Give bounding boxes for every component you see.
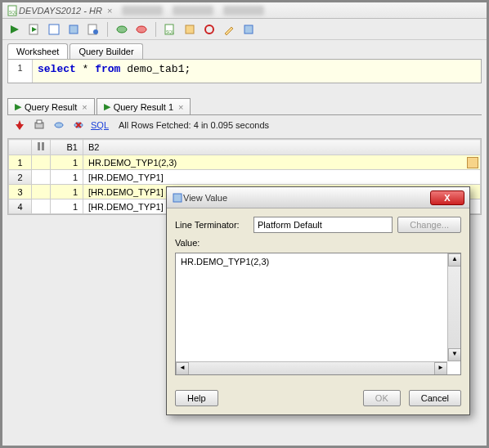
blurred-tab bbox=[122, 6, 163, 16]
svg-point-10 bbox=[137, 26, 146, 33]
sql-tuning-icon[interactable] bbox=[86, 22, 101, 37]
svg-marker-2 bbox=[11, 25, 19, 34]
dialog-body: Line Terminator: Change... Value: HR.DEM… bbox=[167, 208, 469, 383]
history-icon[interactable] bbox=[202, 22, 217, 37]
col-header-b2[interactable]: B2 bbox=[83, 140, 481, 155]
table-row[interactable]: 1 1 HR.DEMO_TYP1(2,3) bbox=[9, 155, 481, 170]
vertical-scrollbar[interactable]: ▲ ▼ bbox=[447, 253, 460, 361]
row-number: 2 bbox=[9, 170, 32, 185]
play-icon: ▶ bbox=[15, 101, 21, 112]
keyword: select bbox=[38, 63, 76, 75]
result-tab-label: Query Result 1 bbox=[114, 102, 173, 112]
edit-icon[interactable] bbox=[222, 22, 236, 37]
run-script-icon[interactable] bbox=[27, 22, 42, 37]
worksheet-tabs: Worksheet Query Builder bbox=[7, 43, 482, 59]
main-toolbar: SQL bbox=[2, 19, 487, 40]
row-marker bbox=[32, 199, 51, 214]
cell-b2[interactable]: HR.DEMO_TYP1(2,3) bbox=[83, 155, 481, 170]
sql-file-icon: SQL bbox=[7, 5, 19, 16]
result-toolbar: SQL All Rows Fetched: 4 in 0.095 seconds bbox=[7, 114, 482, 135]
refresh-icon[interactable] bbox=[52, 118, 66, 132]
close-icon[interactable]: × bbox=[178, 102, 183, 112]
ok-button: OK bbox=[363, 390, 401, 406]
sql-link[interactable]: SQL bbox=[91, 120, 109, 130]
dialog-close-button[interactable]: X bbox=[430, 190, 464, 205]
change-button: Change... bbox=[397, 217, 461, 233]
svg-rect-5 bbox=[49, 25, 59, 34]
value-content[interactable]: HR.DEMO_TYP1(2,3) bbox=[176, 253, 460, 361]
svg-rect-21 bbox=[42, 142, 44, 150]
separator bbox=[107, 22, 108, 37]
settings-icon[interactable] bbox=[241, 22, 256, 37]
svg-point-9 bbox=[117, 26, 127, 33]
line-terminator-label: Line Terminator: bbox=[175, 220, 249, 230]
dialog-icon bbox=[172, 192, 183, 204]
cancel-button[interactable]: Cancel bbox=[409, 390, 461, 406]
cancel-query-icon[interactable] bbox=[71, 118, 86, 132]
table-row[interactable]: 2 1 [HR.DEMO_TYP1] bbox=[9, 170, 481, 185]
window-title: DEVDAYS2012 - HR bbox=[19, 6, 102, 16]
commit-icon[interactable] bbox=[114, 22, 129, 37]
grid-marker-col bbox=[32, 140, 51, 155]
cell-b1[interactable]: 1 bbox=[51, 170, 83, 185]
result-tab-0[interactable]: ▶ Query Result × bbox=[7, 98, 95, 114]
print-icon[interactable] bbox=[32, 118, 47, 132]
svg-rect-15 bbox=[244, 25, 253, 34]
cell-b1[interactable]: 1 bbox=[51, 155, 83, 170]
pin-icon[interactable] bbox=[12, 118, 27, 132]
tab-close-icon[interactable]: × bbox=[107, 6, 112, 16]
rollback-icon[interactable] bbox=[134, 22, 149, 37]
svg-point-18 bbox=[55, 123, 63, 128]
cell-b1[interactable]: 1 bbox=[51, 185, 83, 199]
svg-rect-22 bbox=[173, 194, 182, 202]
blurred-tab bbox=[173, 6, 213, 16]
run-icon[interactable] bbox=[7, 22, 22, 37]
line-gutter: 1 bbox=[8, 60, 33, 83]
keyword: from bbox=[95, 63, 120, 75]
clear-icon[interactable] bbox=[182, 22, 197, 37]
svg-text:SQL: SQL bbox=[9, 10, 17, 15]
row-marker bbox=[32, 185, 51, 199]
col-header-b1[interactable]: B1 bbox=[51, 140, 83, 155]
blurred-tab bbox=[223, 6, 264, 16]
cell-b1[interactable]: 1 bbox=[51, 199, 83, 214]
sql-code[interactable]: select * from demo_tab1; bbox=[33, 60, 195, 83]
scroll-down-icon[interactable]: ▼ bbox=[448, 348, 461, 361]
scroll-up-icon[interactable]: ▲ bbox=[448, 253, 461, 267]
svg-text:SQL: SQL bbox=[166, 29, 174, 34]
result-tabs: ▶ Query Result × ▶ Query Result 1 × bbox=[7, 98, 482, 114]
explain-plan-icon[interactable] bbox=[47, 22, 61, 37]
result-tab-1[interactable]: ▶ Query Result 1 × bbox=[96, 98, 191, 114]
sql-editor[interactable]: 1 select * from demo_tab1; bbox=[7, 59, 482, 83]
help-button[interactable]: Help bbox=[175, 390, 218, 406]
horizontal-scrollbar[interactable]: ◄ ► bbox=[176, 361, 447, 374]
dialog-buttons: Help OK Cancel bbox=[167, 383, 469, 414]
cell-b2[interactable]: [HR.DEMO_TYP1] bbox=[83, 170, 481, 185]
close-icon[interactable]: × bbox=[82, 102, 87, 112]
dialog-titlebar[interactable]: View Value X bbox=[167, 187, 469, 208]
svg-point-8 bbox=[93, 29, 98, 34]
scroll-right-icon[interactable]: ► bbox=[434, 362, 447, 375]
svg-rect-13 bbox=[186, 25, 194, 34]
tab-query-builder[interactable]: Query Builder bbox=[70, 43, 142, 59]
unshared-worksheet-icon[interactable]: SQL bbox=[163, 22, 177, 37]
line-terminator-field[interactable] bbox=[253, 217, 393, 233]
play-icon: ▶ bbox=[104, 101, 110, 112]
svg-rect-20 bbox=[38, 142, 40, 150]
value-textarea[interactable]: HR.DEMO_TYP1(2,3) ▲ ▼ ◄ ► bbox=[175, 253, 461, 375]
tab-worksheet[interactable]: Worksheet bbox=[7, 43, 68, 59]
value-label: Value: bbox=[175, 238, 249, 248]
row-number: 4 bbox=[9, 199, 32, 214]
edit-pencil-icon[interactable] bbox=[467, 157, 478, 168]
autotrace-icon[interactable] bbox=[66, 22, 81, 37]
scroll-left-icon[interactable]: ◄ bbox=[176, 362, 189, 375]
svg-rect-6 bbox=[70, 25, 78, 34]
svg-rect-17 bbox=[37, 120, 42, 123]
row-marker bbox=[32, 155, 51, 170]
view-value-dialog: View Value X Line Terminator: Change... … bbox=[166, 186, 470, 415]
row-marker bbox=[32, 170, 51, 185]
row-number: 1 bbox=[9, 155, 32, 170]
row-number: 3 bbox=[9, 185, 32, 199]
result-tab-label: Query Result bbox=[25, 102, 77, 112]
grid-corner bbox=[9, 140, 32, 155]
